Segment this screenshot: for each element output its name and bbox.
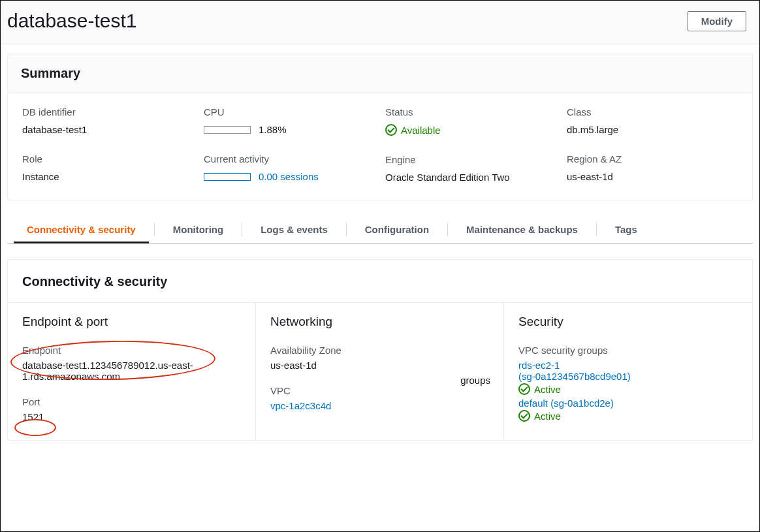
check-circle-icon bbox=[518, 383, 530, 395]
tab-configuration[interactable]: Configuration bbox=[352, 216, 442, 243]
endpoint-label: Endpoint bbox=[22, 345, 241, 356]
networking-column: Networking Availability Zone us-east-1d … bbox=[256, 303, 504, 440]
cpu-value-row: 1.88% bbox=[204, 124, 287, 135]
tab-logs-events[interactable]: Logs & events bbox=[247, 216, 341, 243]
summary-col-3: Status Available Engine Oracle Standard … bbox=[385, 106, 556, 183]
page-header: database-test1 Modify bbox=[1, 1, 759, 44]
cpu-label: CPU bbox=[204, 106, 375, 117]
sg2-status-row: Active bbox=[518, 410, 561, 422]
sg1-status-row: Active bbox=[518, 383, 561, 395]
db-identifier-value: database-test1 bbox=[22, 124, 193, 135]
summary-grid: DB identifier database-test1 Role Instan… bbox=[8, 93, 752, 200]
tab-tags[interactable]: Tags bbox=[602, 216, 650, 243]
activity-value[interactable]: 0.00 sessions bbox=[259, 171, 319, 182]
sg2-status: Active bbox=[534, 411, 561, 422]
tab-monitoring[interactable]: Monitoring bbox=[160, 216, 236, 243]
status-row: Available bbox=[385, 124, 441, 136]
connectivity-header: Connectivity & security bbox=[8, 260, 752, 302]
status-label: Status bbox=[385, 106, 556, 117]
cpu-bar bbox=[204, 126, 251, 134]
engine-value: Oracle Standard Edition Two bbox=[385, 172, 556, 183]
role-label: Role bbox=[22, 153, 193, 164]
endpoint-port-column: Endpoint & port Endpoint database-test1.… bbox=[8, 303, 256, 440]
class-value: db.m5.large bbox=[567, 124, 738, 135]
tab-separator bbox=[242, 223, 242, 236]
status-value: Available bbox=[401, 125, 441, 136]
summary-panel: Summary DB identifier database-test1 Rol… bbox=[7, 54, 753, 200]
tab-separator bbox=[346, 223, 347, 236]
check-circle-icon bbox=[385, 124, 397, 136]
class-label: Class bbox=[567, 106, 738, 117]
az-value: us-east-1d bbox=[270, 360, 489, 371]
sg2-name-link[interactable]: default (sg-0a1bcd2e) bbox=[518, 398, 614, 409]
activity-label: Current activity bbox=[204, 153, 375, 164]
check-circle-icon bbox=[518, 410, 530, 422]
role-value: Instance bbox=[22, 171, 193, 182]
endpoint-port-title: Endpoint & port bbox=[22, 315, 241, 329]
vpc-sg-label: VPC security groups bbox=[518, 345, 738, 356]
sg1-name-link[interactable]: rds-ec2-1 bbox=[518, 360, 560, 371]
summary-title: Summary bbox=[21, 66, 739, 81]
tab-maintenance-backups[interactable]: Maintenance & backups bbox=[453, 216, 591, 243]
activity-value-row: 0.00 sessions bbox=[204, 171, 319, 182]
port-label: Port bbox=[22, 396, 241, 407]
db-identifier-label: DB identifier bbox=[22, 106, 193, 117]
tabs-row: Connectivity & security Monitoring Logs … bbox=[7, 216, 753, 243]
tab-separator bbox=[447, 223, 448, 236]
page-root: database-test1 Modify Summary DB identif… bbox=[0, 0, 760, 532]
tab-separator bbox=[596, 223, 597, 236]
cpu-value: 1.88% bbox=[259, 124, 287, 135]
tab-connectivity-security[interactable]: Connectivity & security bbox=[14, 216, 149, 243]
groups-text: groups bbox=[460, 375, 490, 386]
tab-separator bbox=[154, 223, 155, 236]
region-label: Region & AZ bbox=[567, 153, 738, 164]
security-title: Security bbox=[518, 315, 738, 329]
sg1-id-link[interactable]: (sg-0a1234567b8cd9e01) bbox=[518, 371, 631, 382]
sg1-status: Active bbox=[534, 384, 561, 395]
port-value: 1521 bbox=[22, 411, 241, 422]
summary-header: Summary bbox=[8, 54, 752, 93]
vpc-link[interactable]: vpc-1a2c3c4d bbox=[270, 400, 331, 411]
modify-button[interactable]: Modify bbox=[688, 11, 746, 31]
networking-title: Networking bbox=[270, 315, 489, 329]
connectivity-grid: Endpoint & port Endpoint database-test1.… bbox=[8, 302, 752, 440]
connectivity-panel: Connectivity & security Endpoint & port … bbox=[7, 259, 753, 441]
endpoint-value: database-test1.123456789012.us-east-1.rd… bbox=[22, 360, 241, 382]
page-title: database-test1 bbox=[7, 10, 136, 32]
security-column: Security VPC security groups rds-ec2-1 (… bbox=[504, 303, 752, 440]
engine-label: Engine bbox=[385, 154, 556, 165]
connectivity-title: Connectivity & security bbox=[22, 274, 738, 289]
summary-col-1: DB identifier database-test1 Role Instan… bbox=[22, 106, 193, 183]
summary-col-4: Class db.m5.large Region & AZ us-east-1d bbox=[567, 106, 738, 183]
vpc-label: VPC bbox=[270, 385, 489, 396]
region-value: us-east-1d bbox=[567, 171, 738, 182]
summary-col-2: CPU 1.88% Current activity 0.00 sessions bbox=[204, 106, 375, 183]
az-label: Availability Zone bbox=[270, 345, 489, 356]
activity-bar bbox=[204, 173, 251, 181]
